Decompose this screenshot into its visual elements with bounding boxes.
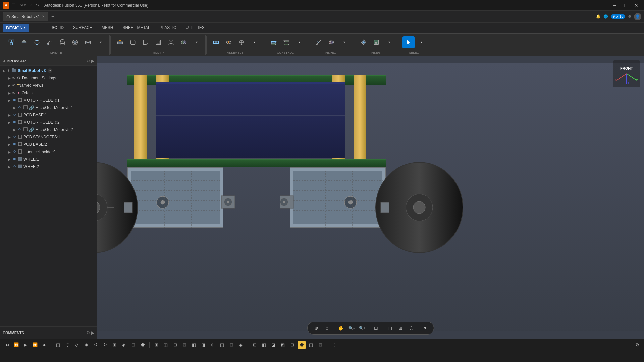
file-tab-smallrobot[interactable]: ⬡ SmallRobot v3* ✕ bbox=[3, 12, 48, 21]
bt-tool-22[interactable]: ◧ bbox=[260, 341, 268, 349]
wheel1-expand[interactable]: ▶ bbox=[7, 158, 12, 161]
micro2-vis[interactable] bbox=[17, 127, 22, 132]
micro1-vis[interactable] bbox=[17, 105, 22, 110]
named-views-expand[interactable]: ▶ bbox=[7, 84, 12, 87]
micro2-expand[interactable]: ▶ bbox=[12, 128, 17, 132]
tree-item-micro1[interactable]: ▶ 🔗 MicroGearMotor v5:1 bbox=[0, 104, 97, 111]
comments-settings[interactable]: ⚙ bbox=[86, 330, 90, 335]
bt-tool-12[interactable]: ◫ bbox=[162, 341, 170, 349]
viewport[interactable]: FRONT Z X Y ⊕ ⌂ ✋ 🔍- 🔍+ ⊡ ◫ ⊞ ⬡ bbox=[97, 56, 644, 339]
tree-item-origin[interactable]: ▶ 👁 ✦ Origin bbox=[0, 89, 97, 97]
inspect-dropdown[interactable]: ▾ bbox=[338, 36, 350, 48]
combine-tool[interactable] bbox=[178, 36, 190, 48]
origin-expand[interactable]: ▶ bbox=[7, 91, 12, 95]
notification-icon[interactable]: 🔔 bbox=[596, 14, 601, 19]
maximize-button[interactable]: □ bbox=[621, 2, 631, 9]
decal-tool[interactable]: A bbox=[370, 36, 382, 48]
bt-tool-29[interactable]: ⋮ bbox=[330, 341, 338, 349]
select-dropdown[interactable]: ▾ bbox=[415, 36, 427, 48]
step-back-button[interactable]: ⏪ bbox=[12, 341, 20, 349]
minimize-button[interactable]: ─ bbox=[610, 2, 620, 9]
fillet-tool[interactable] bbox=[127, 36, 139, 48]
motor2-expand[interactable]: ▶ bbox=[7, 121, 12, 124]
bt-tool-26-active[interactable]: ⬟ bbox=[298, 341, 306, 349]
bt-settings-button[interactable]: ⚙ bbox=[633, 341, 641, 349]
tree-item-pcb-standoffs[interactable]: ▶ PCB STANDOFFS:1 bbox=[0, 133, 97, 141]
bt-tool-23[interactable]: ◪ bbox=[269, 341, 277, 349]
vp-home-button[interactable]: ⌂ bbox=[322, 323, 332, 333]
settings-icon[interactable]: ⚙ bbox=[628, 14, 631, 19]
bt-tool-18[interactable]: ◫ bbox=[218, 341, 226, 349]
tab-utilities[interactable]: UTILITIES bbox=[181, 24, 209, 32]
tree-item-micro2[interactable]: ▶ 🔗 MicroGearMotor v5:2 bbox=[0, 126, 97, 133]
pcb1-vis[interactable] bbox=[12, 113, 17, 117]
measure-tool[interactable] bbox=[313, 36, 325, 48]
tree-item-wheel1[interactable]: ▶ WHEE:1 bbox=[0, 156, 97, 163]
root-vis-icon[interactable]: 👁 bbox=[7, 69, 10, 73]
bt-tool-19[interactable]: ⊡ bbox=[227, 341, 235, 349]
scale-tool[interactable] bbox=[165, 36, 177, 48]
insert-derive-tool[interactable] bbox=[358, 36, 370, 48]
bt-tool-6[interactable]: ↻ bbox=[101, 341, 109, 349]
insert-dropdown[interactable]: ▾ bbox=[383, 36, 395, 48]
design-dropdown-button[interactable]: DESIGN ▾ bbox=[3, 24, 29, 32]
pcb1-expand[interactable]: ▶ bbox=[7, 113, 12, 117]
interference-tool[interactable] bbox=[325, 36, 337, 48]
vp-viewcube-button[interactable]: ⬡ bbox=[407, 323, 416, 333]
micro1-expand[interactable]: ▶ bbox=[12, 106, 17, 110]
loft-tool[interactable] bbox=[56, 36, 68, 48]
motor1-expand[interactable]: ▶ bbox=[7, 99, 12, 102]
liion-vis[interactable] bbox=[12, 149, 17, 154]
browser-expand-icon[interactable]: ▶ bbox=[91, 59, 94, 63]
vp-zoom-in-button[interactable]: 🔍+ bbox=[358, 323, 367, 333]
new-tab-button[interactable]: + bbox=[49, 13, 57, 21]
skip-back-button[interactable]: ⏮ bbox=[3, 341, 11, 349]
vp-fit-button[interactable]: ⊡ bbox=[371, 323, 381, 333]
vp-display-mode-button[interactable]: ◫ bbox=[385, 323, 394, 333]
bt-tool-17[interactable]: ⊕ bbox=[209, 341, 217, 349]
bt-tool-2[interactable]: ⬡ bbox=[63, 341, 71, 349]
modify-dropdown[interactable]: ▾ bbox=[191, 36, 203, 48]
pcb2-expand[interactable]: ▶ bbox=[7, 143, 12, 146]
vp-more-button[interactable]: ▾ bbox=[420, 323, 430, 333]
doc-settings-vis[interactable]: 👁 bbox=[12, 76, 16, 80]
press-pull-tool[interactable] bbox=[114, 36, 126, 48]
bt-tool-5[interactable]: ↺ bbox=[92, 341, 100, 349]
pcb-standoffs-vis[interactable] bbox=[12, 135, 17, 139]
bt-tool-21[interactable]: ⊞ bbox=[251, 341, 259, 349]
tab-sheet-metal[interactable]: SHEET METAL bbox=[118, 24, 155, 32]
vp-pan-button[interactable]: ✋ bbox=[336, 323, 345, 333]
pcb2-vis[interactable] bbox=[12, 142, 17, 147]
liion-expand[interactable]: ▶ bbox=[7, 150, 12, 154]
new-component-assemble-tool[interactable] bbox=[210, 36, 222, 48]
tree-item-motor2[interactable]: ▶ MOTOR HOLDER:2 bbox=[0, 119, 97, 126]
bt-tool-8[interactable]: ◈ bbox=[120, 341, 128, 349]
bt-tool-16[interactable]: ◨ bbox=[199, 341, 207, 349]
bt-tool-1[interactable]: ◱ bbox=[54, 341, 62, 349]
bt-tool-13[interactable]: ⊟ bbox=[171, 341, 179, 349]
comments-expand[interactable]: ▶ bbox=[91, 330, 94, 335]
wheel1-vis[interactable] bbox=[12, 157, 17, 162]
wheel2-expand[interactable]: ▶ bbox=[7, 165, 12, 169]
assemble-dropdown[interactable]: ▾ bbox=[248, 36, 260, 48]
bt-tool-3[interactable]: ◇ bbox=[73, 341, 81, 349]
tree-item-motor1[interactable]: ▶ MOTOR HOLDER:1 bbox=[0, 97, 97, 104]
tree-item-wheel2[interactable]: ▶ WHEE:2 bbox=[0, 163, 97, 170]
wheel2-vis[interactable] bbox=[12, 164, 17, 169]
step-fwd-button[interactable]: ⏩ bbox=[31, 341, 39, 349]
tree-item-named-views[interactable]: ▶ 👁 Named Views bbox=[0, 82, 97, 89]
close-button[interactable]: ✕ bbox=[631, 2, 641, 9]
extrude-tool[interactable] bbox=[18, 36, 30, 48]
motor2-vis[interactable] bbox=[12, 120, 17, 125]
tab-plastic[interactable]: PLASTIC bbox=[155, 24, 181, 32]
select-tool[interactable] bbox=[402, 36, 415, 48]
bt-tool-4[interactable]: ⊕ bbox=[82, 341, 90, 349]
joint-tool[interactable] bbox=[223, 36, 235, 48]
play-button[interactable]: ▶ bbox=[21, 341, 30, 349]
tree-item-pcb2[interactable]: ▶ PCB BASE:2 bbox=[0, 141, 97, 148]
bt-tool-10[interactable]: ⬟ bbox=[139, 341, 147, 349]
tab-mesh[interactable]: MESH bbox=[97, 24, 118, 32]
bt-tool-9[interactable]: ⊡ bbox=[129, 341, 137, 349]
midplane-tool[interactable] bbox=[280, 36, 292, 48]
tree-item-doc-settings[interactable]: ▶ 👁 ⚙ Document Settings bbox=[0, 74, 97, 82]
